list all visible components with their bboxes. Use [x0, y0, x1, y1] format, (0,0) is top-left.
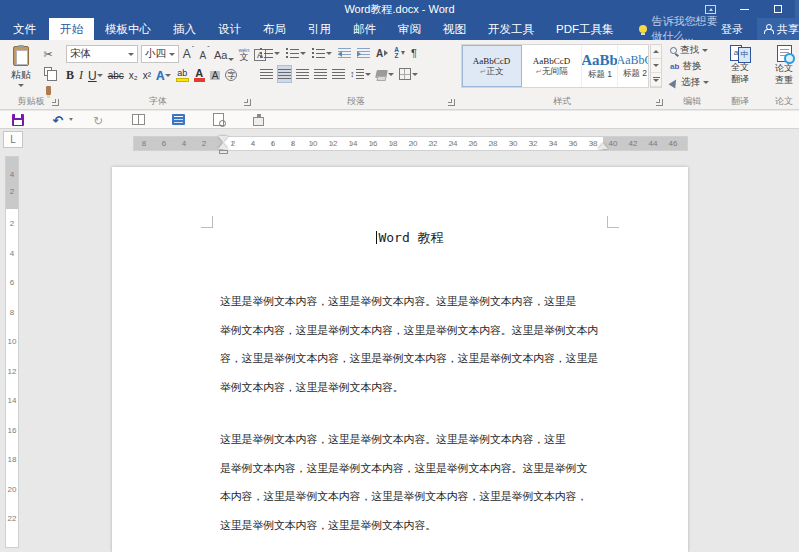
asian-layout-button[interactable]: A — [376, 45, 388, 61]
style-card[interactable]: AaBbCcD ↵正文 — [462, 45, 522, 87]
hanging-indent-marker[interactable] — [218, 143, 228, 149]
text-line: 举例文本内容，这里是举例文本内容，这里是举例文本内容。这里是举例文本内 — [220, 316, 610, 345]
character-shading-button[interactable]: A — [210, 71, 221, 80]
ribbon-tab[interactable]: 审阅 — [387, 18, 432, 40]
styles-dialog-launcher[interactable] — [656, 99, 663, 106]
translate-label-1: 全文 — [731, 62, 749, 73]
text-effects-button[interactable]: A — [156, 66, 171, 84]
highlight-color-button[interactable]: ab — [176, 69, 189, 82]
enclose-characters-button[interactable]: 字 — [225, 69, 237, 81]
font-dialog-launcher[interactable] — [244, 99, 251, 106]
sign-in-button[interactable]: 登录 — [721, 22, 743, 37]
document-page[interactable]: Word 教程 这里是举例文本内容，这里是举例文本内容。这里是举例文本内容，这里… — [112, 167, 688, 552]
font-color-button[interactable]: A — [194, 69, 205, 82]
strikethrough-button[interactable]: abc — [108, 70, 124, 81]
minimize-button[interactable] — [727, 0, 761, 18]
ruler-number: 14 — [8, 386, 17, 416]
ribbon-tab[interactable]: 模板中心 — [94, 18, 162, 40]
save-button[interactable] — [10, 112, 26, 128]
italic-button[interactable]: I — [79, 68, 83, 83]
two-page-view-button[interactable] — [130, 112, 146, 128]
paste-special-button[interactable] — [250, 112, 266, 128]
paragraph-2[interactable]: 这里是举例文本内容，这里是举例文本内容。这里是举例文本内容，这里是举例文本内容，… — [220, 425, 610, 540]
show-paragraph-marks-button[interactable]: ¶ — [411, 45, 417, 61]
gallery-scroll-up-button[interactable] — [651, 45, 661, 59]
increase-indent-button[interactable] — [357, 45, 370, 61]
horizontal-ruler[interactable]: 8642 2468101214161820222426283032343638 … — [133, 136, 688, 151]
justify-button[interactable] — [314, 66, 327, 82]
print-preview-button[interactable] — [210, 112, 226, 128]
editing-rows: 查找 ab替换 选择 — [670, 44, 709, 89]
numbering-button[interactable] — [286, 45, 306, 61]
tell-me-box[interactable]: 告诉我您想要做什么... — [625, 18, 722, 40]
distribute-button[interactable] — [332, 66, 345, 82]
bold-button[interactable]: B — [66, 68, 74, 83]
ribbon-tab[interactable]: 开始 — [49, 18, 94, 40]
share-label: 共享 — [777, 22, 799, 37]
paste-icon — [13, 46, 29, 66]
font-size-combobox[interactable]: 小四 — [141, 45, 179, 63]
superscript-button[interactable]: x² — [143, 70, 151, 81]
share-button[interactable]: 共享 — [757, 18, 799, 40]
style-card[interactable]: AaBbCcD ↵无间隔 — [522, 45, 582, 87]
ribbon-tab[interactable]: 开发工具 — [477, 18, 545, 40]
redo-icon — [93, 111, 103, 129]
bullets-button[interactable] — [260, 45, 280, 61]
ruler-number: 30 — [503, 137, 523, 150]
first-line-indent-marker[interactable] — [218, 136, 228, 142]
style-card[interactable]: AaBb 标题 1 — [582, 45, 618, 87]
ribbon-tab[interactable]: 视图 — [432, 18, 477, 40]
sort-button[interactable]: AZ — [394, 45, 405, 61]
underline-button[interactable]: U — [88, 66, 103, 84]
paragraph-dialog-launcher[interactable] — [448, 99, 455, 106]
ribbon-tab[interactable]: PDF工具集 — [545, 18, 625, 40]
paper-check-button[interactable]: 论文 查重 — [765, 43, 799, 97]
phonetic-guide-button[interactable]: wén文 — [237, 45, 250, 63]
right-indent-marker[interactable] — [598, 143, 608, 149]
close-button[interactable] — [795, 0, 799, 18]
ribbon-tab[interactable]: 布局 — [252, 18, 297, 40]
font-family-combobox[interactable]: 宋体 — [66, 45, 138, 63]
change-case-button[interactable]: Aa — [214, 45, 234, 63]
text-line: 这里是举例文本内容，这里是举例文本内容。这里是举例文本内容，这里 — [220, 425, 610, 454]
borders-button[interactable] — [399, 66, 418, 82]
shrink-font-button[interactable]: Aˇ — [198, 45, 211, 63]
select-button[interactable]: 选择 — [670, 76, 709, 89]
align-center-button[interactable] — [278, 66, 291, 82]
clipboard-dialog-launcher[interactable] — [52, 99, 59, 106]
align-right-button[interactable] — [296, 66, 309, 82]
find-button[interactable]: 查找 — [670, 44, 709, 57]
subscript-button[interactable]: x₂ — [129, 70, 138, 81]
paragraph-1[interactable]: 这里是举例文本内容，这里是举例文本内容。这里是举例文本内容，这里是举例文本内容，… — [220, 287, 610, 402]
paste-button[interactable]: 粘贴 — [5, 44, 37, 100]
line-spacing-button[interactable]: ↕ — [350, 66, 371, 82]
ribbon-tab[interactable]: 插入 — [162, 18, 207, 40]
document-heading[interactable]: Word 教程 — [213, 229, 607, 247]
multilevel-list-button[interactable] — [312, 45, 332, 61]
tab-file[interactable]: 文件 — [0, 18, 49, 40]
left-indent-marker[interactable] — [219, 150, 228, 154]
maximize-button[interactable] — [761, 0, 795, 18]
ruler-number: 16 — [363, 137, 383, 150]
shading-button[interactable] — [376, 66, 394, 82]
undo-button[interactable] — [50, 112, 66, 128]
grow-font-button[interactable]: Aˆ — [182, 45, 195, 63]
decrease-indent-button[interactable] — [338, 45, 351, 61]
align-left-button[interactable] — [260, 66, 273, 82]
vertical-ruler[interactable]: 42 246810121416182022 — [5, 156, 19, 548]
clipboard-mini-buttons — [40, 46, 56, 97]
gallery-scroll-down-button[interactable] — [651, 59, 661, 73]
full-text-translate-button[interactable]: 全文 翻译 — [721, 43, 759, 97]
read-mode-button[interactable] — [170, 112, 186, 128]
ribbon-tab[interactable]: 设计 — [207, 18, 252, 40]
ribbon-tab[interactable]: 邮件 — [342, 18, 387, 40]
gallery-more-button[interactable] — [651, 73, 661, 87]
tab-stop-selector[interactable]: L — [3, 131, 23, 148]
copy-button[interactable] — [40, 65, 56, 78]
ribbon-tab[interactable]: 引用 — [297, 18, 342, 40]
style-card[interactable]: AaBbC 标题 2 — [618, 45, 649, 87]
replace-button[interactable]: ab替换 — [670, 60, 709, 73]
redo-button[interactable] — [90, 112, 106, 128]
ruler-number: 4 — [243, 137, 263, 150]
cut-button[interactable] — [40, 46, 56, 59]
